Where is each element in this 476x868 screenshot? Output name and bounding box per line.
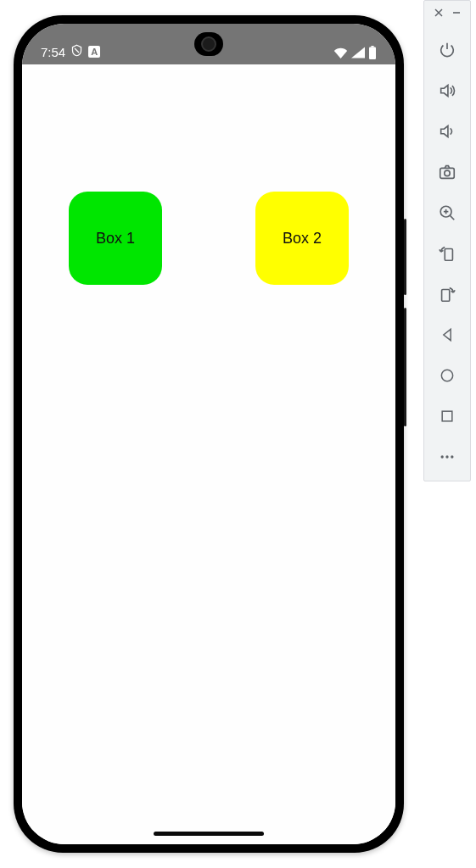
- square-a-icon: A: [88, 46, 100, 58]
- app-content[interactable]: Box 1 Box 2: [22, 64, 395, 844]
- camera-button[interactable]: [434, 160, 461, 184]
- svg-rect-15: [442, 411, 452, 421]
- power-button[interactable]: [434, 38, 461, 62]
- svg-point-18: [451, 455, 453, 458]
- box-1-label: Box 1: [96, 230, 135, 248]
- device-frame: 7:54 A: [14, 15, 404, 853]
- overview-button[interactable]: [434, 404, 461, 428]
- volume-down-button[interactable]: [434, 120, 461, 143]
- svg-rect-12: [445, 249, 452, 261]
- camera-punch-hole: [194, 32, 223, 56]
- wifi-icon: [333, 47, 348, 58]
- rotate-left-button[interactable]: [434, 242, 461, 265]
- box-1[interactable]: Box 1: [69, 192, 162, 285]
- box-2-label: Box 2: [283, 230, 322, 248]
- cell-signal-icon: [351, 47, 365, 58]
- more-button[interactable]: [434, 445, 461, 469]
- gesture-nav-indicator[interactable]: [154, 832, 264, 836]
- status-bar: 7:54 A: [22, 24, 395, 64]
- zoom-in-button[interactable]: [434, 201, 461, 225]
- svg-point-16: [441, 455, 444, 458]
- status-right: [333, 46, 377, 59]
- volume-up-button[interactable]: [434, 79, 461, 103]
- toolbar-window-controls: [424, 6, 470, 19]
- status-time: 7:54: [41, 45, 65, 59]
- svg-rect-6: [440, 168, 455, 178]
- svg-line-0: [75, 48, 79, 53]
- svg-line-9: [451, 216, 455, 220]
- svg-point-7: [445, 170, 450, 175]
- minimize-button[interactable]: [450, 6, 463, 19]
- svg-rect-2: [371, 46, 373, 47]
- svg-rect-13: [442, 290, 450, 302]
- close-button[interactable]: [432, 6, 445, 19]
- status-left: 7:54 A: [41, 44, 100, 59]
- box-row: Box 1 Box 2: [22, 64, 395, 285]
- svg-rect-1: [369, 47, 376, 59]
- device-side-button: [404, 219, 406, 295]
- privacy-shield-icon: [70, 44, 83, 59]
- svg-point-17: [445, 455, 448, 458]
- rotate-right-button[interactable]: [434, 282, 461, 306]
- back-button[interactable]: [434, 323, 461, 347]
- svg-point-14: [441, 370, 452, 381]
- emulator-toolbar: [423, 0, 471, 481]
- home-button[interactable]: [434, 364, 461, 387]
- device-screen: 7:54 A: [22, 24, 395, 844]
- battery-full-icon: [368, 46, 377, 59]
- device-side-button: [404, 308, 406, 426]
- box-2[interactable]: Box 2: [255, 192, 349, 285]
